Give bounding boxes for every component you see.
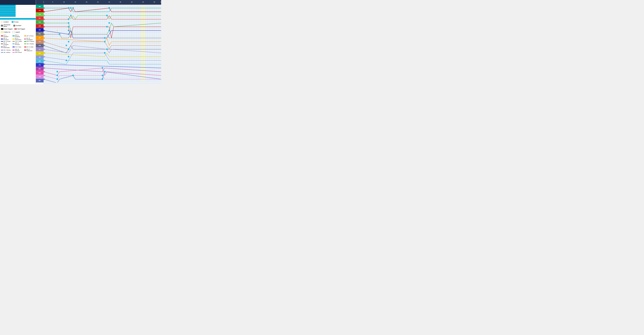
svg-text:P: P [70, 8, 71, 8]
svg-text:P: P [107, 26, 107, 27]
distance-row [0, 13, 36, 15]
start-row [0, 10, 36, 12]
driver-label-ws: WS [36, 71, 44, 75]
svg-text:2: 2 [44, 11, 45, 12]
lap-tick-1: 1 [43, 1, 44, 3]
svg-text:P: P [57, 71, 58, 72]
driver-pm-color [1, 46, 3, 47]
svg-text:3: 3 [44, 15, 45, 16]
svg-text:★: ★ [52, 22, 54, 24]
driver-jb-color [1, 52, 3, 53]
safety-car-label: Safety Car [4, 31, 10, 33]
svg-text:20: 20 [44, 79, 46, 80]
driver-label-me: ME [36, 59, 44, 63]
driver-me-color [12, 43, 14, 44]
race-info [0, 5, 36, 17]
lap-tick-25: 25 [97, 1, 99, 3]
date-row [0, 5, 36, 6]
key-section: ★ Accident P Pit stop M Mechanicalfailur… [0, 18, 36, 53]
driver-me: ME: M Ericsson [12, 42, 23, 45]
red-flag-label: Red Flagged [18, 28, 25, 30]
distance-label [0, 13, 16, 15]
driver-jb: JB: J Button [1, 52, 12, 53]
driver-kr: KR: K Raikkonen [24, 49, 35, 51]
laps-header: 1510152025303540455053 [44, 0, 161, 5]
driver-vb: VB: V Bottas [24, 42, 35, 45]
circuit-value [16, 6, 18, 8]
safety-car-swatch [1, 31, 4, 33]
lap-tick-15: 15 [74, 1, 76, 3]
driver-ar-color [12, 52, 15, 53]
svg-text:P: P [68, 8, 69, 8]
driver-mv: MV: M Verstappen [24, 37, 35, 40]
driver-lh-color [1, 35, 3, 36]
driver-label-sv: SV [36, 16, 44, 20]
svg-text:9: 9 [44, 37, 45, 39]
svg-text:16: 16 [44, 64, 46, 65]
distance-value [16, 13, 18, 15]
driver-label-nh: NH [36, 51, 44, 55]
driver-fm-color [24, 41, 26, 42]
laps-row [0, 8, 36, 10]
excluded-label: Excluded [16, 25, 21, 26]
svg-text:P: P [109, 30, 110, 31]
laps-label [0, 8, 16, 10]
driver-label-dr: DR [36, 28, 44, 32]
driver-cs: CS: C Sainz [12, 41, 23, 42]
driver-fn-color [12, 46, 15, 47]
svg-text:11: 11 [44, 45, 46, 46]
driver-fn: FN: F Nasr [12, 45, 23, 48]
red-flag-swatch [14, 28, 17, 30]
key-black-flag: Black Flagged [1, 28, 12, 30]
svg-text:5: 5 [44, 22, 45, 24]
lap-tick-20: 20 [86, 1, 87, 3]
length-value [16, 12, 18, 13]
excluded-e-icon: E [14, 25, 15, 26]
svg-text:P: P [66, 60, 66, 61]
svg-text:14: 14 [44, 56, 46, 57]
svg-text:18: 18 [44, 71, 46, 72]
svg-text:P: P [57, 75, 58, 76]
pitstop-label: Pit stop [14, 21, 18, 23]
pitstop-p-icon: P [12, 21, 14, 23]
mechanical-label: Mechanicalfailure [4, 24, 10, 27]
svg-text:P: P [102, 68, 103, 68]
svg-text:P: P [102, 75, 103, 76]
driver-pm: PM: P Maldonaldo [1, 45, 12, 48]
driver-sp: SP: S Perez [24, 34, 35, 37]
driver-sv: SV: S Vettel [24, 45, 35, 48]
accident-star-icon: ★ [1, 21, 3, 23]
svg-text:P: P [109, 8, 110, 8]
driver-dk: DK: D Kvyat [1, 41, 12, 42]
date-value [16, 5, 18, 6]
svg-text:P: P [104, 37, 105, 38]
date-label [0, 5, 16, 6]
key-header [0, 18, 36, 20]
svg-text:P: P [68, 30, 69, 31]
driver-label-mv: MV [36, 67, 44, 71]
svg-text:P: P [104, 71, 105, 72]
driver-label-pm: PM [36, 44, 44, 47]
svg-text:P: P [66, 45, 66, 46]
round-header [0, 0, 36, 5]
black-flag-swatch [1, 28, 4, 30]
key-mechanical: M Mechanicalfailure [1, 24, 10, 27]
svg-text:P: P [70, 15, 71, 16]
svg-text:P: P [104, 53, 105, 54]
black-flag-label: Black Flagged [4, 28, 12, 30]
svg-text:P: P [73, 75, 74, 76]
svg-text:P: P [68, 49, 69, 50]
driver-label-cs: CS [36, 40, 44, 44]
driver-fm: FM: F Massa [24, 41, 35, 42]
svg-text:P: P [68, 26, 69, 27]
svg-text:15: 15 [44, 60, 46, 61]
svg-text:7: 7 [44, 30, 45, 31]
record-label [0, 15, 16, 17]
driver-label-fa: FA [36, 47, 44, 51]
start-value [16, 10, 18, 11]
key-pitstop: P Pit stop [12, 20, 18, 23]
driver-label-nr: NR [36, 5, 44, 8]
svg-text:6: 6 [44, 26, 45, 27]
driver-mv-color [24, 39, 26, 39]
svg-text:P: P [107, 49, 107, 50]
